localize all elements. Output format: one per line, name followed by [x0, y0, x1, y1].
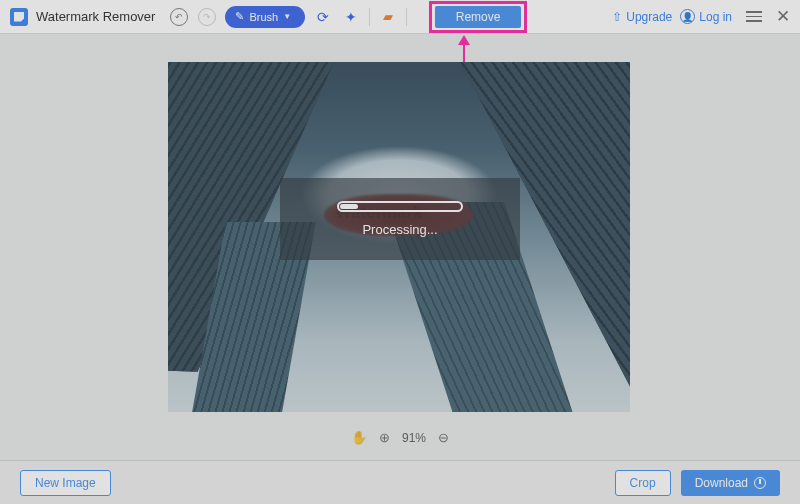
- lasso-tool[interactable]: ⟳: [313, 7, 333, 27]
- footer: New Image Crop Download: [0, 460, 800, 504]
- image-canvas[interactable]: Watermark Processing...: [168, 62, 630, 412]
- zoom-bar: ✋ ⊕ 91% ⊖: [0, 430, 800, 445]
- chevron-down-icon: ▼: [283, 12, 291, 21]
- remove-highlight-box: Remove: [429, 1, 527, 33]
- remove-button[interactable]: Remove: [435, 6, 521, 28]
- download-label: Download: [695, 476, 748, 490]
- redo-button[interactable]: ↷: [197, 7, 217, 27]
- undo-button[interactable]: ↶: [169, 7, 189, 27]
- crop-button[interactable]: Crop: [615, 470, 671, 496]
- zoom-out-icon[interactable]: ⊖: [438, 430, 449, 445]
- progress-bar: [337, 201, 463, 212]
- separator: [406, 8, 407, 26]
- zoom-level: 91%: [402, 431, 426, 445]
- separator: [369, 8, 370, 26]
- menu-button[interactable]: [746, 11, 762, 22]
- brush-tool-dropdown[interactable]: ✎ Brush ▼: [225, 6, 305, 28]
- hand-tool-icon[interactable]: ✋: [351, 430, 367, 445]
- upload-icon: ⇧: [612, 10, 622, 24]
- upgrade-label: Upgrade: [626, 10, 672, 24]
- polygon-tool[interactable]: ✦: [341, 7, 361, 27]
- brush-icon: ✎: [235, 10, 244, 23]
- login-link[interactable]: 👤 Log in: [680, 9, 732, 24]
- processing-label: Processing...: [362, 222, 437, 237]
- clock-icon: [754, 477, 766, 489]
- toolbar: Watermark Remover ↶ ↷ ✎ Brush ▼ ⟳ ✦ ▰ Re…: [0, 0, 800, 34]
- brush-label: Brush: [249, 11, 278, 23]
- login-label: Log in: [699, 10, 732, 24]
- download-button[interactable]: Download: [681, 470, 780, 496]
- processing-overlay: Processing...: [280, 178, 520, 260]
- eraser-tool[interactable]: ▰: [378, 7, 398, 27]
- user-icon: 👤: [680, 9, 695, 24]
- upgrade-link[interactable]: ⇧ Upgrade: [612, 10, 672, 24]
- close-button[interactable]: ✕: [776, 6, 790, 27]
- new-image-button[interactable]: New Image: [20, 470, 111, 496]
- app-title: Watermark Remover: [36, 9, 155, 24]
- zoom-in-icon[interactable]: ⊕: [379, 430, 390, 445]
- app-logo-icon: [10, 8, 28, 26]
